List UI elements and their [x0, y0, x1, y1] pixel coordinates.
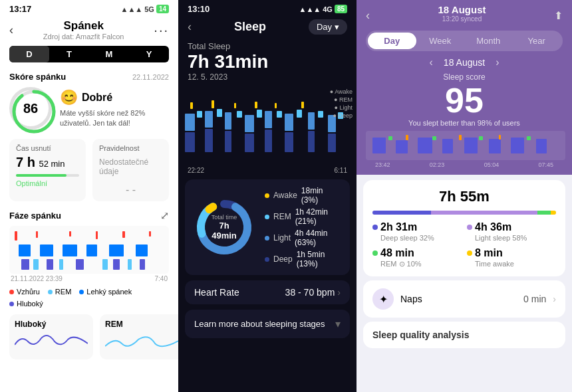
nav-bar-2: ‹ Sleep Day ▾ — [178, 17, 357, 39]
chart-times-2: 22:22 6:11 — [178, 165, 357, 175]
rem-item: 48 min REM ⊙ 10% — [372, 247, 462, 268]
share-icon[interactable]: ⬆ — [554, 9, 563, 22]
sleep-bar — [372, 211, 556, 215]
page-title-2: Sleep — [192, 20, 309, 34]
svg-rect-69 — [499, 135, 501, 140]
hr-value: 38 - 70 bpm › — [285, 287, 341, 298]
learn-more-section[interactable]: Learn more about sleeping stages ▾ — [185, 310, 350, 338]
time-2: 13:10 — [188, 4, 210, 14]
page-title-1: Spánek — [43, 19, 124, 33]
score-description: Máte vyšší skóre než 82% uživatelů. Jen … — [60, 108, 169, 128]
svg-rect-46 — [318, 111, 323, 118]
svg-rect-5 — [96, 231, 98, 239]
prev-date-button[interactable]: ‹ — [430, 56, 433, 68]
signal-bars-icon: ▲▲▲ — [121, 5, 143, 13]
svg-rect-36 — [265, 111, 272, 128]
metrics-row: Čas usnutí 7 h 52 min Optimální Pravidel… — [0, 134, 178, 207]
day-selector[interactable]: Day ▾ — [309, 19, 347, 35]
signal-type-2: 4G — [323, 5, 333, 13]
svg-rect-35 — [245, 115, 254, 132]
next-date-button[interactable]: › — [496, 56, 499, 68]
heart-rate-section[interactable]: Heart Rate 38 - 70 bpm › — [185, 280, 350, 304]
deep-label: Hluboký — [15, 320, 88, 329]
tab-year[interactable]: Year — [513, 33, 561, 49]
svg-rect-21 — [102, 259, 108, 270]
naps-icon: ✦ — [372, 288, 394, 310]
optimal-label: Optimální — [16, 179, 79, 187]
tab-y[interactable]: Y — [129, 46, 169, 62]
svg-rect-60 — [396, 140, 408, 153]
legend-deep-2: ● Deep — [330, 112, 353, 119]
svg-rect-18 — [140, 259, 145, 270]
chart-times-3: 23:42 02:23 05:04 07:45 — [366, 160, 563, 168]
panel-sleep-garmin: ‹ 18 August 13:20 synced ⬆ Day Week Mont… — [357, 0, 572, 392]
svg-point-1 — [14, 92, 54, 132]
svg-rect-62 — [442, 139, 453, 153]
tab-d[interactable]: D — [9, 46, 49, 62]
page-subtitle-1: Zdroj dat: Amazfit Falcon — [43, 33, 124, 41]
score-section-3: Sleep score 95 You slept better than 98%… — [366, 72, 563, 131]
signal-2: ▲▲▲ 4G 85 — [299, 5, 347, 13]
signal-type-1: 5G — [144, 5, 154, 13]
tab-day[interactable]: Day — [368, 33, 416, 49]
svg-rect-41 — [217, 109, 222, 117]
svg-rect-34 — [225, 112, 231, 130]
naps-section[interactable]: ✦ Naps 0 min › — [363, 280, 565, 318]
score-quality: Dobré — [82, 92, 112, 104]
svg-rect-30 — [308, 131, 315, 152]
legend-rem: REM — [48, 288, 71, 296]
svg-rect-2 — [15, 231, 17, 241]
legend-rem-2: ● REM — [330, 96, 353, 103]
time-asleep-value: 7 h 52 min — [16, 155, 79, 170]
regularity-value: Nedostatečné údaje — [99, 157, 162, 176]
svg-rect-37 — [285, 114, 293, 131]
tab-month[interactable]: Month — [464, 33, 513, 49]
status-bar-2: 13:10 ▲▲▲ 4G 85 — [178, 0, 357, 17]
total-sleep-time: 7h 55m — [372, 188, 556, 205]
chart-end-time: 6:11 — [335, 167, 347, 174]
svg-rect-63 — [464, 138, 478, 153]
expand-icon[interactable]: ⤢ — [160, 209, 169, 222]
battery-badge-1: 14 — [156, 5, 169, 13]
svg-rect-48 — [190, 102, 193, 109]
phases-chart — [9, 226, 169, 274]
svg-rect-8 — [19, 245, 31, 256]
score-section: Skóre spánku 22.11.2022 86 😊 Dobré Máte … — [0, 66, 178, 134]
donut-chart: Total time 7h 49min — [194, 197, 254, 257]
svg-rect-29 — [285, 132, 293, 152]
svg-rect-20 — [59, 259, 63, 270]
tab-t[interactable]: T — [49, 46, 89, 62]
chart-time-end: 7:40 — [155, 275, 168, 282]
back-button-1[interactable]: ‹ — [9, 23, 13, 37]
regularity-label: Pravidelnost — [99, 144, 162, 152]
score-desc-3: You slept better than 98% of users — [366, 119, 563, 127]
stat-rem: REM 1h 42min (21%) — [265, 207, 341, 226]
svg-rect-4 — [69, 231, 71, 237]
time-1: 13:17 — [9, 4, 31, 14]
svg-rect-43 — [257, 110, 262, 118]
tab-week[interactable]: Week — [416, 33, 465, 49]
svg-rect-72 — [479, 136, 483, 140]
quality-section: Sleep quality analysis — [363, 322, 565, 348]
legend-deep: Hluboký — [9, 300, 43, 308]
panel-sleep-english: 13:10 ▲▲▲ 4G 85 ‹ Sleep Day ▾ Total Slee… — [178, 0, 357, 392]
more-button-1[interactable]: ··· — [154, 23, 169, 38]
score-label-3: Sleep score — [366, 72, 563, 82]
svg-rect-50 — [234, 103, 236, 108]
svg-rect-6 — [122, 231, 125, 238]
svg-rect-9 — [40, 245, 53, 256]
chart-legend-2: ● Awake ● REM ● Light ● Deep — [330, 88, 353, 119]
panel-sleep-czech: 13:17 ▲▲▲ 5G 14 ‹ Spánek Zdroj dat: Amaz… — [0, 0, 178, 392]
light-sleep-item: 4h 36m Light sleep 58% — [467, 221, 556, 242]
svg-rect-44 — [277, 111, 282, 118]
svg-rect-17 — [113, 259, 120, 270]
rem-mini: REM — [100, 314, 178, 359]
rem-label: REM — [105, 320, 178, 329]
tab-m[interactable]: M — [89, 46, 129, 62]
svg-rect-59 — [372, 138, 386, 153]
svg-rect-65 — [511, 138, 524, 153]
period-tabs-1: D T M Y — [9, 46, 169, 62]
legend-awake-2: ● Awake — [330, 88, 353, 95]
svg-rect-32 — [185, 114, 195, 131]
chevron-down-icon-2: ▾ — [335, 318, 341, 330]
